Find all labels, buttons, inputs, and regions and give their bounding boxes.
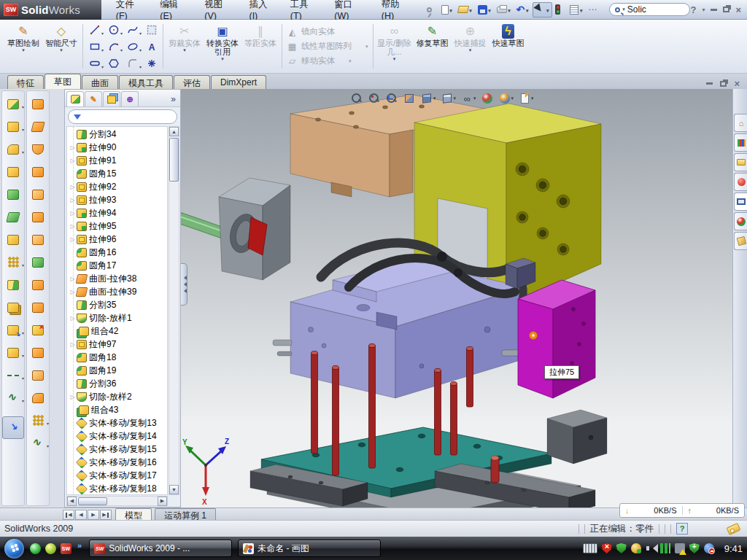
taskbar-button[interactable]: 未命名 - 画图	[238, 540, 381, 557]
doc-minimize-button[interactable]	[706, 82, 713, 85]
configurationmanager-tab[interactable]	[103, 91, 120, 106]
traffic-light-icon[interactable]	[554, 2, 567, 18]
curves-icon[interactable]	[2, 364, 24, 386]
tree-filter-box[interactable]	[68, 109, 177, 124]
expand-arrow-icon[interactable]	[69, 276, 76, 282]
tree-vertical-scrollbar[interactable]: ▲ ▼	[169, 126, 179, 495]
expand-arrow-icon[interactable]	[69, 223, 76, 230]
ellipse-icon[interactable]	[123, 39, 142, 55]
draft-icon[interactable]	[2, 206, 24, 228]
taskbar-clock[interactable]: 9:41	[724, 543, 743, 554]
appearances-scenes-tab[interactable]	[734, 212, 747, 230]
scroll-left-icon[interactable]: ◀	[67, 497, 77, 506]
new-document-icon[interactable]	[440, 2, 455, 18]
feature-tree-item[interactable]: 圆角16	[67, 246, 167, 259]
tag-icon[interactable]	[726, 522, 740, 534]
feature-tree-item[interactable]: 分割34	[67, 128, 167, 141]
mirror-entities-button[interactable]: ◭ 镜向实体 ▾	[285, 26, 371, 38]
feature-tree-item[interactable]: 拉伸95	[67, 219, 167, 233]
extruded-boss-icon[interactable]	[2, 93, 24, 115]
surface-helix-icon[interactable]	[27, 432, 49, 454]
trim-entities-button[interactable]: ✂ 剪裁实体 ▾	[166, 21, 204, 71]
scroll-right-icon[interactable]: ▶	[158, 497, 167, 506]
feature-tree-item[interactable]: 圆角19	[67, 364, 167, 377]
pin-icon[interactable]	[425, 2, 438, 18]
spline-icon[interactable]	[123, 22, 142, 38]
sketch-fillet-icon[interactable]	[123, 55, 142, 71]
sketch-button[interactable]: ✎ 草图绘制 ▾	[4, 21, 42, 71]
swept-surface-icon[interactable]	[27, 93, 49, 115]
scroll-down-icon[interactable]: ▼	[169, 485, 179, 494]
delete-face-icon[interactable]	[27, 319, 49, 341]
featuremanager-tab[interactable]	[66, 91, 84, 106]
ribbon-tab[interactable]: 模具工具	[119, 75, 173, 89]
sketch-text-icon[interactable]: A	[142, 39, 160, 55]
feature-tree-item[interactable]: 曲面-拉伸39	[67, 285, 167, 298]
feature-tree-item[interactable]: 实体-移动/复制18	[67, 482, 167, 495]
offset-entities-button[interactable]: ∥ 等距实体 ▾	[241, 21, 279, 71]
thicken-icon[interactable]	[27, 386, 49, 409]
expand-tabs-icon[interactable]: »	[168, 94, 179, 106]
select-region-icon[interactable]	[142, 22, 160, 38]
print-icon[interactable]	[495, 2, 514, 18]
custom-properties-tab[interactable]	[734, 232, 747, 250]
model-canvas[interactable]: Y Z X	[181, 89, 732, 508]
close-button[interactable]: ×	[735, 4, 741, 15]
polygon-icon[interactable]	[104, 55, 123, 71]
lofted-surface-icon[interactable]	[27, 138, 49, 160]
point-icon[interactable]	[142, 55, 160, 71]
circle-icon[interactable]	[104, 22, 123, 38]
rapid-sketch-button[interactable]: ϟ 快速草图 ▾	[489, 21, 527, 71]
shell-icon[interactable]	[2, 183, 24, 206]
freeform-icon[interactable]	[27, 206, 49, 228]
scroll-up-icon[interactable]: ▲	[169, 127, 179, 136]
save-icon[interactable]	[476, 2, 494, 18]
feature-tree-item[interactable]: 拉伸97	[67, 338, 167, 351]
document-tab[interactable]: 运动算例 1	[155, 508, 216, 520]
feature-tree-item[interactable]: 圆角15	[67, 167, 167, 180]
restore-button[interactable]	[723, 7, 729, 12]
panel-splitter[interactable]	[181, 263, 187, 306]
feature-tree-item[interactable]: 拉伸96	[67, 233, 167, 246]
feature-tree-item[interactable]: 圆角17	[67, 259, 167, 272]
fillet-icon[interactable]	[2, 138, 24, 160]
select-cursor-icon[interactable]	[533, 2, 552, 18]
quick-launch-app-icon[interactable]	[45, 543, 56, 554]
toolbox-tab[interactable]	[734, 173, 747, 191]
ribbon-tab[interactable]: DimXpert	[211, 75, 266, 89]
expand-arrow-icon[interactable]	[69, 184, 76, 190]
view-orientation-icon[interactable]	[420, 90, 437, 106]
expand-arrow-icon[interactable]	[69, 210, 76, 217]
combine-icon[interactable]	[2, 296, 24, 319]
graphics-viewport[interactable]: Y Z X	[181, 89, 732, 508]
volume-icon[interactable]	[646, 543, 656, 553]
last-tab-icon[interactable]: ▶	[100, 510, 112, 520]
overflow-icon[interactable]: ⋯	[587, 2, 603, 18]
feature-tree-item[interactable]: 切除-放样1	[67, 311, 167, 324]
solidworks-resources-tab[interactable]: ⌂	[734, 114, 747, 132]
security-alert-icon[interactable]	[602, 543, 612, 553]
slot-icon[interactable]	[85, 55, 104, 71]
minimize-button[interactable]	[711, 9, 717, 11]
net-speed-widget[interactable]: ↓0KB/S ↑0KB/S	[619, 503, 745, 518]
display-delete-relations-button[interactable]: ∞ 显示/删除几... ▾	[376, 21, 414, 71]
revolved-surface-icon[interactable]	[27, 115, 49, 138]
edit-appearance-icon[interactable]	[481, 90, 495, 106]
quick-snaps-button[interactable]: ⊕ 快速捕捉 ▾	[452, 21, 489, 71]
helix-icon[interactable]	[2, 386, 24, 409]
ribbon-tab[interactable]: 草图	[44, 74, 81, 89]
repair-sketch-button[interactable]: ✎ 修复草图 ▾	[414, 21, 452, 71]
quick-tips-icon[interactable]: ?	[676, 523, 688, 534]
extend-surface-icon[interactable]	[27, 251, 49, 273]
feature-tree-item[interactable]: 分割36	[67, 377, 167, 390]
doc-close-button[interactable]: ×	[734, 78, 740, 89]
search-input[interactable]: ▾ Solic	[609, 3, 690, 16]
antivirus-icon[interactable]	[616, 543, 627, 553]
wireless-warning-icon[interactable]	[675, 543, 685, 553]
line-icon[interactable]	[85, 22, 104, 38]
feature-tree-item[interactable]: 拉伸90	[67, 141, 167, 154]
ime-keyboard-icon[interactable]	[583, 543, 597, 553]
annotation-views-icon[interactable]	[518, 90, 535, 106]
view-palette-tab[interactable]	[734, 192, 747, 211]
help-button[interactable]: ?	[690, 4, 696, 15]
